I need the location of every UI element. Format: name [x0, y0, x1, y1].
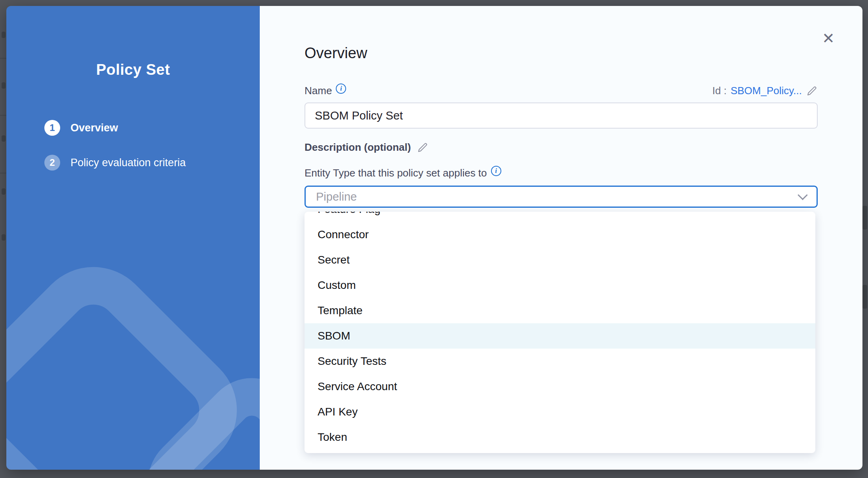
wizard-steps: 1 Overview 2 Policy evaluation criteria	[44, 120, 260, 171]
overview-panel: ✕ Overview Name i Id : SBOM_Policy...	[260, 6, 862, 470]
wizard-sidebar: Policy Set 1 Overview 2 Policy evaluatio…	[6, 6, 260, 470]
name-label: Name i	[305, 85, 346, 97]
brand-watermark-icon	[6, 284, 260, 470]
close-icon[interactable]: ✕	[819, 29, 838, 48]
background-fragment	[2, 135, 6, 142]
step-overview[interactable]: 1 Overview	[44, 120, 260, 136]
policy-set-modal: Policy Set 1 Overview 2 Policy evaluatio…	[6, 6, 862, 470]
dropdown-item[interactable]: Secret	[305, 247, 815, 273]
wizard-title: Policy Set	[6, 61, 260, 78]
background-fragment	[2, 32, 6, 38]
background-fragment	[2, 82, 6, 89]
dropdown-item[interactable]: SBOM	[305, 323, 815, 349]
name-input[interactable]: SBOM Policy Set	[305, 102, 818, 129]
step-label: Overview	[70, 122, 118, 134]
dropdown-item[interactable]: Connector	[305, 222, 815, 247]
background-fragment	[862, 285, 867, 309]
dropdown-items: Connector Secret Custom Template SBOM Se…	[305, 222, 815, 450]
step-number-badge: 2	[44, 155, 60, 171]
background-row-line	[0, 58, 6, 59]
dropdown-item[interactable]: Custom	[305, 273, 815, 298]
panel-title: Overview	[305, 45, 818, 62]
edit-id-pencil-icon[interactable]	[806, 85, 818, 97]
step-policy-evaluation-criteria[interactable]: 2 Policy evaluation criteria	[44, 155, 260, 171]
background-fragment	[862, 206, 867, 230]
entity-type-select[interactable]: Pipeline	[305, 186, 818, 208]
background-row-line	[0, 115, 6, 116]
entity-type-label: Entity Type that this policy set applies…	[305, 167, 818, 179]
id-prefix: Id :	[712, 85, 727, 97]
background-fragment	[2, 234, 6, 241]
step-label: Policy evaluation criteria	[70, 157, 186, 169]
select-placeholder: Pipeline	[316, 190, 357, 203]
entity-id: Id : SBOM_Policy...	[712, 85, 818, 97]
dropdown-item[interactable]: Template	[305, 298, 815, 323]
id-value-link[interactable]: SBOM_Policy...	[731, 85, 802, 97]
description-label: Description (optional)	[305, 141, 411, 154]
edit-description-pencil-icon[interactable]	[417, 142, 428, 154]
info-icon[interactable]: i	[336, 83, 346, 94]
dropdown-item[interactable]: Service Account	[305, 374, 815, 399]
dropdown-item[interactable]: Token	[305, 425, 815, 450]
chevron-down-icon	[798, 190, 807, 200]
background-fragment	[2, 188, 6, 195]
info-icon[interactable]: i	[491, 166, 501, 176]
dropdown-item[interactable]: API Key	[305, 399, 815, 425]
dropdown-item[interactable]: Security Tests	[305, 349, 815, 374]
dropdown-item-partial[interactable]: Feature Flag	[305, 212, 815, 222]
step-number-badge: 1	[44, 120, 60, 136]
background-row-line	[0, 173, 6, 174]
entity-type-dropdown: Feature Flag Connector Secret Custom Tem…	[305, 212, 815, 453]
